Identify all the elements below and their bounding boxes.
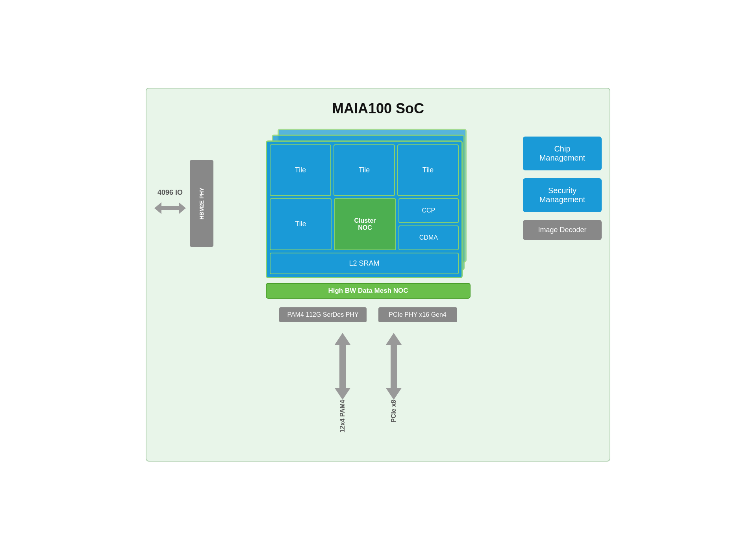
pcie-bidirectional-arrow-icon bbox=[380, 333, 408, 400]
soc-container: MAIA100 SoC 4096 IO HBM2E PHY bbox=[146, 88, 610, 462]
svg-marker-1 bbox=[335, 333, 350, 400]
tile-2: Tile bbox=[334, 144, 395, 196]
diagram-wrapper: MAIA100 SoC 4096 IO HBM2E PHY bbox=[130, 68, 626, 477]
pam4-label: 12x4 PAM4 bbox=[339, 400, 346, 432]
cluster-noc-block: ClusterNOC bbox=[334, 198, 396, 250]
tile-4: Tile bbox=[270, 198, 332, 250]
pam4-bidirectional-arrow-icon bbox=[329, 333, 356, 400]
pcie-label: PCIe x8 bbox=[390, 400, 397, 423]
main-area: 4096 IO HBM2E PHY bbox=[154, 129, 602, 434]
security-management-block: Security Management bbox=[523, 178, 602, 212]
pam4-arrow-item: 12x4 PAM4 bbox=[329, 333, 356, 434]
hbm-label: HBM2E PHY bbox=[198, 187, 205, 220]
right-section: Chip Management Security Management Imag… bbox=[523, 137, 602, 240]
l2-sram-block: L2 SRAM bbox=[270, 253, 459, 274]
pcie-phy-block: PCIe PHY x16 Gen4 bbox=[378, 307, 457, 322]
chip-management-block: Chip Management bbox=[523, 137, 602, 170]
tile-row-bottom: Tile ClusterNOC CCP CDMA bbox=[270, 198, 459, 250]
center-section: Tile Tile Tile Tile ClusterNOC CCP bbox=[221, 129, 515, 434]
pam4-phy-block: PAM4 112G SerDes PHY bbox=[279, 307, 366, 322]
hbm-phy-block: HBM2E PHY bbox=[190, 160, 213, 247]
ccp-block: CCP bbox=[398, 198, 459, 223]
cluster-noc-label: ClusterNOC bbox=[354, 217, 376, 231]
tile-row-top: Tile Tile Tile bbox=[270, 144, 459, 196]
cluster-stack: Tile Tile Tile Tile ClusterNOC CCP bbox=[266, 129, 471, 278]
io-bidirectional-arrow-icon bbox=[154, 198, 186, 218]
image-decoder-block: Image Decoder bbox=[523, 220, 602, 240]
io-arrow-group: 4096 IO bbox=[154, 188, 186, 218]
io-label: 4096 IO bbox=[158, 188, 183, 197]
tile-1: Tile bbox=[270, 144, 331, 196]
pcie-arrow-item: PCIe x8 bbox=[380, 333, 408, 434]
cdma-block: CDMA bbox=[398, 225, 459, 250]
svg-marker-0 bbox=[154, 202, 186, 214]
left-section: 4096 IO HBM2E PHY bbox=[154, 160, 213, 247]
cluster-inner: Tile Tile Tile Tile ClusterNOC CCP bbox=[266, 140, 463, 278]
right-inner-col: CCP CDMA bbox=[398, 198, 459, 250]
svg-marker-2 bbox=[386, 333, 402, 400]
soc-title: MAIA100 SoC bbox=[154, 100, 602, 117]
bottom-arrows-row: 12x4 PAM4 PCIe x8 bbox=[329, 333, 408, 434]
tile-3: Tile bbox=[397, 144, 459, 196]
phy-row: PAM4 112G SerDes PHY PCIe PHY x16 Gen4 bbox=[279, 307, 457, 322]
noc-bar: High BW Data Mesh NOC bbox=[266, 283, 471, 299]
